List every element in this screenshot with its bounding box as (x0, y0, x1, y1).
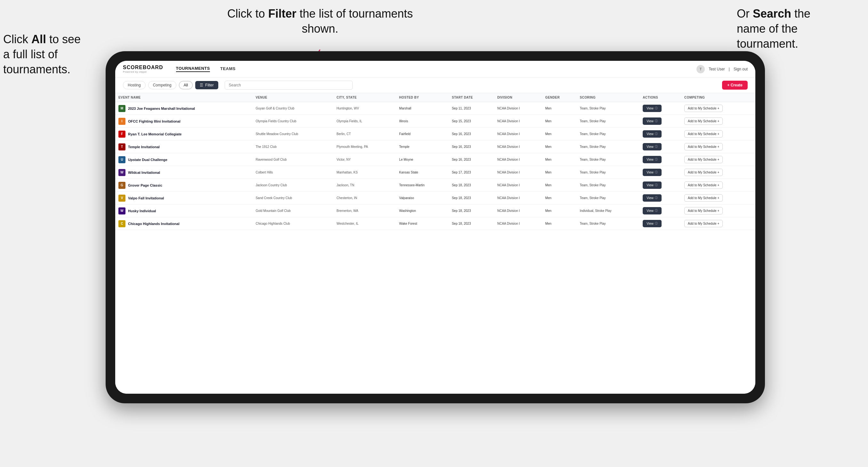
table-row: W Wildcat Invitational Colbert Hills Man… (115, 166, 755, 179)
add-schedule-button-7[interactable]: Add to My Schedule + (684, 194, 723, 201)
view-info-icon-9: ⓘ (655, 221, 658, 226)
cell-competing-6: Add to My Schedule + (681, 179, 755, 192)
cell-division-2: NCAA Division I (494, 128, 542, 141)
cell-venue-6: Jackson Country Club (252, 179, 334, 192)
cell-scoring-5: Team, Stroke Play (577, 166, 640, 179)
view-button-6[interactable]: View ⓘ (643, 182, 661, 189)
cell-venue-2: Shuttle Meadow Country Club (252, 128, 334, 141)
view-button-1[interactable]: View ⓘ (643, 118, 661, 125)
tab-hosting[interactable]: Hosting (123, 81, 146, 89)
cell-gender-4: Men (542, 153, 577, 166)
col-city-state: CITY, STATE (334, 93, 396, 102)
cell-event-name-5: W Wildcat Invitational (115, 166, 252, 179)
top-nav: SCOREBOARD Powered by clippd TOURNAMENTS… (115, 61, 755, 77)
cell-venue-7: Sand Creek Country Club (252, 192, 334, 205)
tournaments-table: EVENT NAME VENUE CITY, STATE HOSTED BY S… (115, 93, 755, 230)
cell-date-6: Sep 18, 2023 (449, 179, 494, 192)
cell-hosted-8: Washington (396, 205, 449, 217)
cell-hosted-9: Wake Forest (396, 217, 449, 230)
view-button-9[interactable]: View ⓘ (643, 220, 661, 227)
annotation-filter: Click to Filter the list of tournaments … (208, 6, 432, 36)
add-schedule-button-4[interactable]: Add to My Schedule + (684, 156, 723, 163)
cell-gender-7: Men (542, 192, 577, 205)
cell-action-4: View ⓘ (640, 153, 681, 166)
cell-competing-4: Add to My Schedule + (681, 153, 755, 166)
team-logo-2: F (118, 131, 125, 137)
team-logo-3: T (118, 144, 125, 150)
search-input[interactable] (225, 81, 353, 90)
table-row: W Husky Individual Gold Mountain Golf Cl… (115, 205, 755, 217)
team-logo-1: I (118, 118, 125, 125)
cell-city-6: Jackson, TN (334, 179, 396, 192)
cell-division-8: NCAA Division I (494, 205, 542, 217)
view-button-4[interactable]: View ⓘ (643, 156, 661, 163)
cell-date-9: Sep 18, 2023 (449, 217, 494, 230)
view-button-3[interactable]: View ⓘ (643, 143, 661, 150)
cell-competing-5: Add to My Schedule + (681, 166, 755, 179)
team-logo-4: U (118, 156, 125, 163)
view-button-2[interactable]: View ⓘ (643, 130, 661, 137)
add-schedule-button-3[interactable]: Add to My Schedule + (684, 143, 723, 150)
view-info-icon-2: ⓘ (655, 132, 658, 136)
cell-action-2: View ⓘ (640, 128, 681, 141)
cell-city-8: Bremerton, WA (334, 205, 396, 217)
cell-division-4: NCAA Division I (494, 153, 542, 166)
cell-city-9: Westchester, IL (334, 217, 396, 230)
cell-action-7: View ⓘ (640, 192, 681, 205)
event-name-7: Valpo Fall Invitational (128, 196, 164, 200)
cell-scoring-4: Team, Stroke Play (577, 153, 640, 166)
cell-gender-9: Men (542, 217, 577, 230)
view-button-7[interactable]: View ⓘ (643, 194, 661, 201)
nav-tournaments[interactable]: TOURNAMENTS (176, 66, 210, 72)
cell-competing-1: Add to My Schedule + (681, 115, 755, 128)
cell-hosted-4: Le Moyne (396, 153, 449, 166)
event-name-8: Husky Individual (128, 209, 156, 213)
cell-date-0: Sep 11, 2023 (449, 102, 494, 115)
add-schedule-button-9[interactable]: Add to My Schedule + (684, 220, 723, 227)
col-division: DIVISION (494, 93, 542, 102)
add-schedule-button-2[interactable]: Add to My Schedule + (684, 130, 723, 137)
cell-scoring-0: Team, Stroke Play (577, 102, 640, 115)
tab-competing[interactable]: Competing (148, 81, 176, 89)
cell-event-name-4: U Upstate Dual Challenge (115, 153, 252, 166)
cell-action-6: View ⓘ (640, 179, 681, 192)
add-schedule-button-1[interactable]: Add to My Schedule + (684, 118, 723, 125)
filter-button[interactable]: ☰ Filter (195, 81, 218, 89)
cell-hosted-5: Kansas State (396, 166, 449, 179)
cell-division-0: NCAA Division I (494, 102, 542, 115)
cell-gender-3: Men (542, 141, 577, 153)
filter-icon: ☰ (200, 83, 203, 87)
cell-date-1: Sep 15, 2023 (449, 115, 494, 128)
cell-city-3: Plymouth Meeting, PA (334, 141, 396, 153)
view-button-8[interactable]: View ⓘ (643, 207, 661, 214)
add-schedule-button-0[interactable]: Add to My Schedule + (684, 105, 723, 112)
view-button-0[interactable]: View ⓘ (643, 105, 661, 112)
tab-all[interactable]: All (179, 81, 193, 89)
cell-event-name-1: I OFCC Fighting Illini Invitational (115, 115, 252, 128)
sign-out-link[interactable]: Sign out (734, 67, 748, 71)
cell-date-3: Sep 16, 2023 (449, 141, 494, 153)
cell-division-9: NCAA Division I (494, 217, 542, 230)
table-row: U Upstate Dual Challenge Ravenwood Golf … (115, 153, 755, 166)
cell-event-name-7: V Valpo Fall Invitational (115, 192, 252, 205)
annotation-all: Click All to seea full list oftournament… (3, 32, 109, 77)
cell-gender-0: Men (542, 102, 577, 115)
cell-hosted-1: Illinois (396, 115, 449, 128)
cell-scoring-8: Individual, Stroke Play (577, 205, 640, 217)
cell-city-0: Huntington, WV (334, 102, 396, 115)
cell-venue-1: Olympia Fields Country Club (252, 115, 334, 128)
col-start-date: START DATE (449, 93, 494, 102)
annotation-search: Or Search thename of thetournament. (737, 6, 859, 51)
view-button-5[interactable]: View ⓘ (643, 169, 661, 176)
add-schedule-button-5[interactable]: Add to My Schedule + (684, 169, 723, 176)
cell-city-7: Chesterton, IN (334, 192, 396, 205)
cell-venue-0: Guyan Golf & Country Club (252, 102, 334, 115)
add-schedule-button-8[interactable]: Add to My Schedule + (684, 207, 723, 214)
cell-city-2: Berlin, CT (334, 128, 396, 141)
nav-teams[interactable]: TEAMS (220, 66, 236, 72)
add-schedule-button-6[interactable]: Add to My Schedule + (684, 182, 723, 189)
cell-action-1: View ⓘ (640, 115, 681, 128)
nav-right: T Test User | Sign out (696, 65, 748, 73)
create-button[interactable]: + Create (722, 81, 748, 90)
view-info-icon-3: ⓘ (655, 145, 658, 149)
